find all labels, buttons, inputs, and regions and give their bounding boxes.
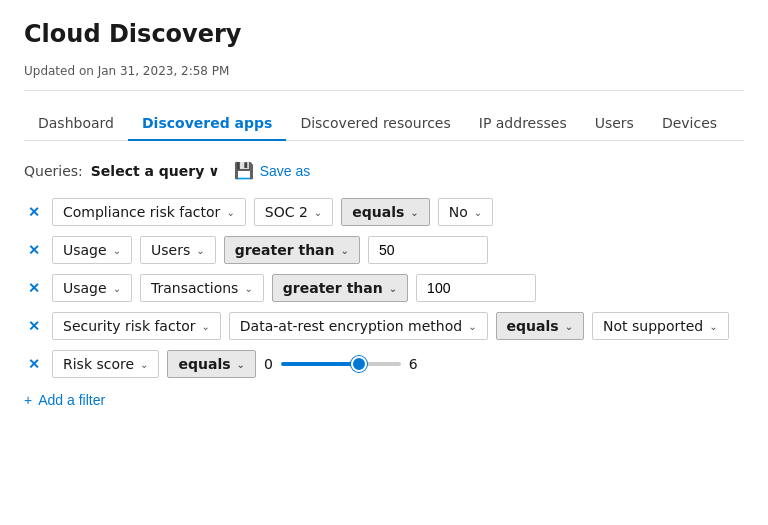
subfield-chevron-icon: ⌄ bbox=[314, 207, 322, 218]
queries-label: Queries: bbox=[24, 163, 83, 179]
value-chevron-icon: ⌄ bbox=[474, 207, 482, 218]
tab-ip-addresses[interactable]: IP addresses bbox=[465, 107, 581, 141]
slider-max-filter-5: 6 bbox=[409, 356, 418, 372]
remove-filter-filter-1[interactable]: ✕ bbox=[24, 202, 44, 222]
remove-filter-filter-5[interactable]: ✕ bbox=[24, 354, 44, 374]
tabs-nav: DashboardDiscovered appsDiscovered resou… bbox=[24, 107, 744, 141]
subfield-dropdown-filter-2[interactable]: Users⌄ bbox=[140, 236, 216, 264]
value-chevron-icon: ⌄ bbox=[709, 321, 717, 332]
field-dropdown-filter-1[interactable]: Compliance risk factor⌄ bbox=[52, 198, 246, 226]
slider-wrap-filter-5: 06 bbox=[264, 356, 418, 372]
queries-chevron-icon: ∨ bbox=[208, 163, 219, 179]
value-dropdown-filter-1[interactable]: No⌄ bbox=[438, 198, 493, 226]
tab-discovered-resources[interactable]: Discovered resources bbox=[286, 107, 464, 141]
operator-chevron-icon: ⌄ bbox=[565, 321, 573, 332]
remove-filter-filter-4[interactable]: ✕ bbox=[24, 316, 44, 336]
operator-chevron-icon: ⌄ bbox=[389, 283, 397, 294]
field-dropdown-filter-3[interactable]: Usage⌄ bbox=[52, 274, 132, 302]
subfield-label: SOC 2 bbox=[265, 204, 308, 220]
filter-row-filter-4: ✕Security risk factor⌄Data-at-rest encry… bbox=[24, 312, 744, 340]
save-as-label: Save as bbox=[260, 163, 311, 179]
tab-dashboard[interactable]: Dashboard bbox=[24, 107, 128, 141]
operator-dropdown-filter-3[interactable]: greater than⌄ bbox=[272, 274, 408, 302]
slider-input-filter-5[interactable] bbox=[281, 362, 401, 366]
filter-row-filter-5: ✕Risk score⌄equals⌄06 bbox=[24, 350, 744, 378]
field-label: Usage bbox=[63, 280, 107, 296]
updated-text: Updated on Jan 31, 2023, 2:58 PM bbox=[24, 64, 744, 78]
field-dropdown-filter-4[interactable]: Security risk factor⌄ bbox=[52, 312, 221, 340]
plus-icon: + bbox=[24, 392, 32, 408]
queries-select[interactable]: Select a query ∨ bbox=[91, 163, 220, 179]
remove-filter-filter-2[interactable]: ✕ bbox=[24, 240, 44, 260]
operator-dropdown-filter-2[interactable]: greater than⌄ bbox=[224, 236, 360, 264]
tab-divider-top bbox=[24, 90, 744, 91]
add-filter-label: Add a filter bbox=[38, 392, 105, 408]
value-input-filter-3[interactable] bbox=[416, 274, 536, 302]
field-label: Usage bbox=[63, 242, 107, 258]
value-label: Not supported bbox=[603, 318, 703, 334]
operator-label: greater than bbox=[235, 242, 335, 258]
operator-label: equals bbox=[178, 356, 230, 372]
subfield-label: Users bbox=[151, 242, 190, 258]
operator-label: equals bbox=[507, 318, 559, 334]
field-label: Compliance risk factor bbox=[63, 204, 220, 220]
add-filter-button[interactable]: + Add a filter bbox=[24, 388, 105, 412]
field-dropdown-filter-2[interactable]: Usage⌄ bbox=[52, 236, 132, 264]
subfield-dropdown-filter-3[interactable]: Transactions⌄ bbox=[140, 274, 264, 302]
value-input-filter-2[interactable] bbox=[368, 236, 488, 264]
field-chevron-icon: ⌄ bbox=[113, 245, 121, 256]
queries-select-label: Select a query bbox=[91, 163, 205, 179]
field-label: Security risk factor bbox=[63, 318, 195, 334]
subfield-chevron-icon: ⌄ bbox=[196, 245, 204, 256]
slider-min-filter-5: 0 bbox=[264, 356, 273, 372]
filter-row-filter-3: ✕Usage⌄Transactions⌄greater than⌄ bbox=[24, 274, 744, 302]
filter-row-filter-2: ✕Usage⌄Users⌄greater than⌄ bbox=[24, 236, 744, 264]
subfield-chevron-icon: ⌄ bbox=[468, 321, 476, 332]
operator-chevron-icon: ⌄ bbox=[237, 359, 245, 370]
save-as-button[interactable]: 💾 Save as bbox=[228, 157, 317, 184]
tab-devices[interactable]: Devices bbox=[648, 107, 731, 141]
operator-dropdown-filter-1[interactable]: equals⌄ bbox=[341, 198, 429, 226]
operator-label: greater than bbox=[283, 280, 383, 296]
main-container: Cloud Discovery Updated on Jan 31, 2023,… bbox=[0, 0, 768, 432]
queries-bar: Queries: Select a query ∨ 💾 Save as bbox=[24, 157, 744, 184]
operator-dropdown-filter-5[interactable]: equals⌄ bbox=[167, 350, 255, 378]
operator-label: equals bbox=[352, 204, 404, 220]
subfield-label: Data-at-rest encryption method bbox=[240, 318, 462, 334]
subfield-dropdown-filter-1[interactable]: SOC 2⌄ bbox=[254, 198, 333, 226]
filters-container: ✕Compliance risk factor⌄SOC 2⌄equals⌄No⌄… bbox=[24, 198, 744, 378]
save-icon: 💾 bbox=[234, 161, 254, 180]
operator-dropdown-filter-4[interactable]: equals⌄ bbox=[496, 312, 584, 340]
tab-discovered-apps[interactable]: Discovered apps bbox=[128, 107, 286, 141]
field-dropdown-filter-5[interactable]: Risk score⌄ bbox=[52, 350, 159, 378]
field-chevron-icon: ⌄ bbox=[140, 359, 148, 370]
subfield-dropdown-filter-4[interactable]: Data-at-rest encryption method⌄ bbox=[229, 312, 488, 340]
filter-row-filter-1: ✕Compliance risk factor⌄SOC 2⌄equals⌄No⌄ bbox=[24, 198, 744, 226]
operator-chevron-icon: ⌄ bbox=[410, 207, 418, 218]
remove-filter-filter-3[interactable]: ✕ bbox=[24, 278, 44, 298]
page-title: Cloud Discovery bbox=[24, 20, 744, 48]
value-label: No bbox=[449, 204, 468, 220]
operator-chevron-icon: ⌄ bbox=[341, 245, 349, 256]
subfield-chevron-icon: ⌄ bbox=[244, 283, 252, 294]
tab-users[interactable]: Users bbox=[581, 107, 648, 141]
field-chevron-icon: ⌄ bbox=[201, 321, 209, 332]
value-dropdown-filter-4[interactable]: Not supported⌄ bbox=[592, 312, 729, 340]
field-chevron-icon: ⌄ bbox=[226, 207, 234, 218]
field-label: Risk score bbox=[63, 356, 134, 372]
field-chevron-icon: ⌄ bbox=[113, 283, 121, 294]
subfield-label: Transactions bbox=[151, 280, 238, 296]
